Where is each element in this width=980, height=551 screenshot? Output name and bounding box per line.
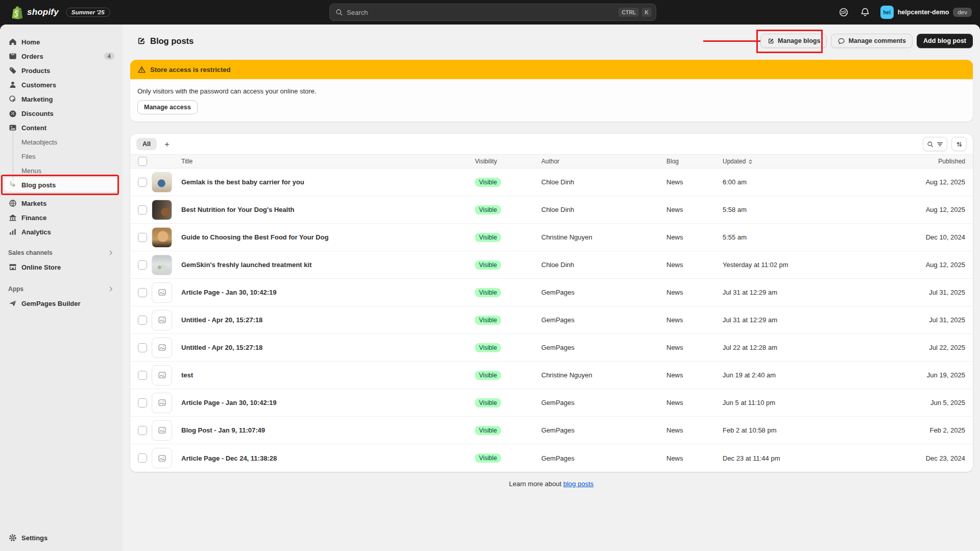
post-title: Article Page - Jan 30, 10:42:19 [181,289,475,296]
tab-all[interactable]: All [136,138,157,150]
column-header-visibility[interactable]: Visibility [475,158,541,165]
image-placeholder-icon [158,316,166,324]
sidebar-item-menus[interactable]: Menus [4,163,118,178]
row-checkbox[interactable] [138,260,147,270]
filter-icon [936,140,944,148]
target-icon [8,94,17,104]
sidebar-item-content[interactable]: Content [4,121,118,135]
row-checkbox[interactable] [138,288,147,297]
page-actions: Manage blogs Manage comments Add blog po… [760,34,973,48]
paper-plane-icon [8,299,17,308]
table-row[interactable]: GemSkin's freshly launched treatment kit… [130,251,973,279]
sidebar-item-files[interactable]: Files [4,149,118,163]
sidebar-item-blog-posts[interactable]: Blog posts [4,178,118,192]
row-checkbox[interactable] [138,426,147,435]
published-cell: Aug 12, 2025 [863,206,965,213]
row-checkbox[interactable] [138,398,147,408]
search-input[interactable] [347,9,616,16]
sidebar-item-home[interactable]: Home [4,35,118,49]
row-checkbox[interactable] [138,343,147,352]
manage-blogs-button[interactable]: Manage blogs [760,34,827,48]
author-cell: Christine Nguyen [541,371,666,379]
blog-posts-help-link[interactable]: blog posts [563,480,593,488]
table-row[interactable]: Article Page - Jan 30, 10:42:19 Visible … [130,389,973,417]
account-menu[interactable]: hel helpcenter-demo dev [878,4,974,20]
annotation-arrow [703,40,763,42]
notifications-button[interactable] [857,4,873,20]
column-header-title[interactable]: Title [181,158,475,165]
section-label: Sales channels [8,249,107,256]
sidebar-item-online-store[interactable]: Online Store [4,260,118,274]
table-row[interactable]: Untitled - Apr 20, 15:27:18 Visible GemP… [130,334,973,362]
row-checkbox[interactable] [138,316,147,325]
sidebar-item-metaobjects[interactable]: Metaobjects [4,135,118,149]
table-row[interactable]: Guide to Choosing the Best Food for Your… [130,224,973,251]
row-checkbox[interactable] [138,453,147,463]
sidebar-item-customers[interactable]: Customers [4,78,118,92]
sidekick-button[interactable] [835,4,852,20]
post-thumbnail-placeholder [152,310,172,330]
table-row[interactable]: Article Page - Dec 24, 11:38:28 Visible … [130,444,973,472]
search-and-filter-button[interactable] [923,137,947,151]
table-row[interactable]: test Visible Christine Nguyen News Jun 1… [130,362,973,389]
global-search[interactable]: CTRL K [329,4,656,21]
post-title: GemSkin's freshly launched treatment kit [181,261,475,269]
sidebar-item-analytics[interactable]: Analytics [4,225,118,239]
row-checkbox[interactable] [138,371,147,380]
select-all-checkbox[interactable] [138,157,147,166]
sidebar-item-orders[interactable]: Orders 4 [4,49,118,63]
bell-icon [859,7,871,18]
sort-button[interactable] [951,137,967,151]
table-row[interactable]: Article Page - Jan 30, 10:42:19 Visible … [130,279,973,306]
table-row[interactable]: Best Nutrition for Your Dog's Health Vis… [130,196,973,224]
manage-access-button[interactable]: Manage access [137,100,198,114]
column-header-updated[interactable]: Updated [723,158,863,165]
banner-description: Only visitors with the password can acce… [137,87,966,95]
sidebar-item-label: Orders [21,53,100,60]
sidebar-item-label: Customers [21,81,114,89]
column-header-published[interactable]: Published [863,158,965,165]
sidebar-item-products[interactable]: Products [4,63,118,78]
blog-cell: News [666,426,723,434]
shopify-admin-window: shopify Summer '25 CTRL K hel helpcenter… [0,0,980,551]
button-label: Add blog post [923,37,966,44]
page-title: Blog posts [130,36,194,46]
compose-icon [767,37,775,45]
table-row[interactable]: Gemlak is the best baby carrier for you … [130,169,973,196]
sidebar-item-finance[interactable]: Finance [4,210,118,225]
sidebar-item-marketing[interactable]: Marketing [4,92,118,106]
image-placeholder-icon [158,288,166,297]
row-checkbox[interactable] [138,233,147,242]
updated-cell: Jul 31 at 12:29 am [723,316,863,324]
sidebar-item-settings[interactable]: Settings [4,531,118,545]
add-blog-post-button[interactable]: Add blog post [917,34,973,48]
sidebar-item-label: Products [21,67,114,75]
row-checkbox[interactable] [138,205,147,214]
page-header: Blog posts Manage blogs Manage comments … [130,33,973,49]
sales-channels-section[interactable]: Sales channels [4,246,118,260]
main-content: Blog posts Manage blogs Manage comments … [123,25,980,551]
sidebar-item-discounts[interactable]: Discounts [4,106,118,121]
author-cell: GemPages [541,316,666,324]
sidebar-item-markets[interactable]: Markets [4,196,118,210]
sidebar-item-gempages-builder[interactable]: GemPages Builder [4,296,118,310]
search-icon [926,140,934,148]
column-header-blog[interactable]: Blog [666,158,723,165]
row-checkbox[interactable] [138,178,147,187]
apps-section[interactable]: Apps [4,282,118,296]
manage-comments-button[interactable]: Manage comments [831,34,913,48]
blog-cell: News [666,399,723,406]
shopify-logo[interactable]: shopify Summer '25 [0,5,204,19]
table-row[interactable]: Blog Post - Jan 9, 11:07:49 Visible GemP… [130,417,973,444]
column-header-author[interactable]: Author [541,158,666,165]
post-thumbnail [152,255,172,275]
globe-icon [8,199,17,208]
post-thumbnail [152,227,172,248]
table-row[interactable]: Untitled - Apr 20, 15:27:18 Visible GemP… [130,306,973,334]
updated-cell: Dec 23 at 11:44 pm [723,454,863,462]
published-cell: Aug 12, 2025 [863,261,965,269]
add-view-button[interactable]: + [160,137,174,151]
compose-icon [136,36,146,46]
author-cell: GemPages [541,426,666,434]
blog-posts-table-card: All + Title [130,134,973,472]
